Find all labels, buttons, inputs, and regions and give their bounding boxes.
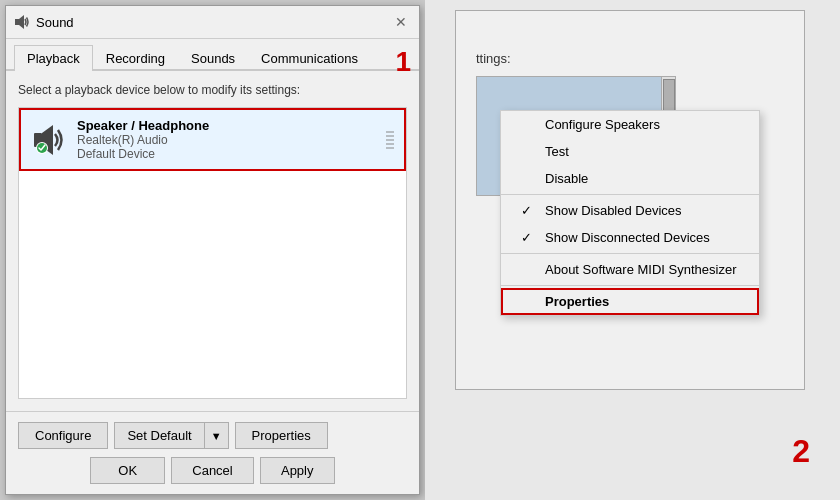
dialog-footer: Configure Set Default ▼ Properties OK Ca…	[6, 411, 419, 494]
ok-button[interactable]: OK	[90, 457, 165, 484]
device-item-speaker[interactable]: Speaker / Headphone Realtek(R) Audio Def…	[19, 108, 406, 171]
context-menu-item-disable[interactable]: Disable	[501, 165, 759, 192]
tab-sounds[interactable]: Sounds	[178, 45, 248, 71]
ok-cancel-row: OK Cancel Apply	[18, 457, 407, 484]
svg-rect-0	[15, 19, 19, 25]
behind-scroll-thumb	[663, 79, 675, 114]
context-menu-separator-3	[501, 285, 759, 286]
footer-buttons-row: Configure Set Default ▼ Properties	[18, 422, 407, 449]
context-menu-item-show-disabled[interactable]: ✓ Show Disabled Devices	[501, 197, 759, 224]
cancel-button[interactable]: Cancel	[171, 457, 253, 484]
device-name: Speaker / Headphone	[77, 118, 376, 133]
set-default-split-button[interactable]: Set Default ▼	[114, 422, 228, 449]
close-button[interactable]: ✕	[391, 12, 411, 32]
device-info: Speaker / Headphone Realtek(R) Audio Def…	[77, 118, 376, 161]
device-list[interactable]: Speaker / Headphone Realtek(R) Audio Def…	[18, 107, 407, 399]
tab-communications[interactable]: Communications	[248, 45, 371, 71]
device-status: Default Device	[77, 147, 376, 161]
device-scrollbar-indicator	[386, 131, 394, 149]
context-menu: Configure Speakers Test Disable ✓ Show D…	[500, 110, 760, 316]
set-default-arrow[interactable]: ▼	[204, 422, 229, 449]
step2-annotation: 2	[792, 433, 810, 470]
dialog-content: Select a playback device below to modify…	[6, 71, 419, 411]
apply-button[interactable]: Apply	[260, 457, 335, 484]
tab-recording[interactable]: Recording	[93, 45, 178, 71]
speaker-icon	[31, 122, 67, 158]
context-menu-separator-2	[501, 253, 759, 254]
tab-playback[interactable]: Playback	[14, 45, 93, 71]
sound-dialog-icon	[14, 14, 30, 30]
dialog-title: Sound	[36, 15, 74, 30]
context-menu-item-properties[interactable]: Properties	[501, 288, 759, 315]
context-menu-separator-1	[501, 194, 759, 195]
context-menu-item-about-midi[interactable]: About Software MIDI Synthesizer	[501, 256, 759, 283]
context-menu-item-show-disconnected[interactable]: ✓ Show Disconnected Devices	[501, 224, 759, 251]
configure-button[interactable]: Configure	[18, 422, 108, 449]
context-menu-item-test[interactable]: Test	[501, 138, 759, 165]
instruction-text: Select a playback device below to modify…	[18, 83, 407, 97]
device-driver: Realtek(R) Audio	[77, 133, 376, 147]
set-default-button[interactable]: Set Default	[114, 422, 203, 449]
step1-annotation: 1	[395, 46, 411, 78]
behind-label: ttings:	[476, 51, 784, 66]
context-menu-item-configure[interactable]: Configure Speakers	[501, 111, 759, 138]
tab-bar: Playback Recording Sounds Communications	[6, 39, 419, 71]
svg-marker-1	[19, 15, 24, 29]
title-bar: Sound ✕	[6, 6, 419, 39]
right-panel: ttings: Configure Speakers Test Disable	[425, 0, 840, 500]
sound-dialog: Sound ✕ Playback Recording Sounds Commun…	[5, 5, 420, 495]
properties-button[interactable]: Properties	[235, 422, 328, 449]
